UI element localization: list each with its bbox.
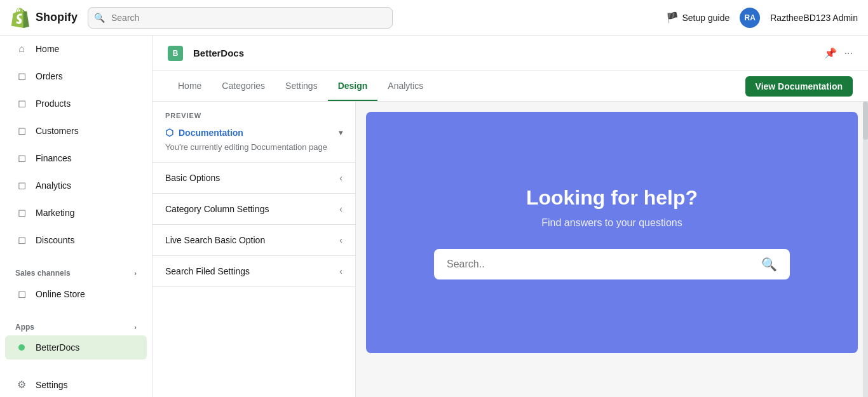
preview-search-input[interactable] <box>447 259 754 270</box>
tabs: Home Categories Settings Design Analytic… <box>168 71 433 101</box>
flag-icon: 🏴 <box>666 11 679 24</box>
settings-icon: ⚙ <box>15 379 28 391</box>
search-icon: 🔍 <box>94 13 105 23</box>
sidebar-item-products[interactable]: ◻ Products <box>5 91 147 116</box>
online-store-icon: ◻ <box>15 288 28 300</box>
products-icon: ◻ <box>15 97 28 109</box>
preview-link[interactable]: ⬡ Documentation ▾ <box>165 127 342 138</box>
sidebar-item-orders[interactable]: ◻ Orders <box>5 64 147 88</box>
sidebar-item-label: Analytics <box>36 180 71 191</box>
marketing-icon: ◻ <box>15 206 28 219</box>
tab-bar: Home Categories Settings Design Analytic… <box>153 71 868 102</box>
sidebar-item-label: Marketing <box>36 208 74 218</box>
tab-home[interactable]: Home <box>168 71 212 101</box>
accordion-category-column-settings: Category Column Settings ‹ <box>153 194 355 225</box>
sidebar-item-home[interactable]: ⌂ Home <box>5 37 147 61</box>
right-preview: Looking for help? Find answers to your q… <box>356 102 868 397</box>
sidebar-item-discounts[interactable]: ◻ Discounts <box>5 227 147 252</box>
sidebar-item-label: BetterDocs <box>36 342 79 353</box>
tab-categories[interactable]: Categories <box>212 71 275 101</box>
accordion-header-basic-options[interactable]: Basic Options ‹ <box>153 163 355 193</box>
chevron-down-icon: ▾ <box>339 128 342 137</box>
global-search: 🔍 <box>88 7 393 29</box>
tab-settings[interactable]: Settings <box>275 71 328 101</box>
accordion-basic-options: Basic Options ‹ <box>153 163 355 194</box>
left-panel: PREVIEW ⬡ Documentation ▾ You're current… <box>153 102 356 397</box>
preview-search-bar: 🔍 <box>434 249 790 279</box>
preview-card-title: Looking for help? <box>526 186 698 210</box>
accordion-header-search-filed[interactable]: Search Filed Settings ‹ <box>153 256 355 286</box>
app-header-actions: 📌 ··· <box>824 47 853 59</box>
sidebar-item-marketing[interactable]: ◻ Marketing <box>5 200 147 225</box>
sidebar-item-label: Home <box>36 44 59 54</box>
accordion-header-category-column[interactable]: Category Column Settings ‹ <box>153 194 355 224</box>
app-header-logo: B <box>168 46 183 61</box>
brand-name: shopify <box>36 11 78 24</box>
setup-guide-label: Setup guide <box>682 13 730 23</box>
preview-link-text: Documentation <box>179 128 243 138</box>
view-documentation-button[interactable]: View Documentation <box>745 76 853 97</box>
sidebar-item-betterdocs[interactable]: BetterDocs <box>5 335 147 360</box>
sidebar-item-settings[interactable]: ⚙ Settings <box>5 372 147 397</box>
content-area: B BetterDocs 📌 ··· Home Categories Setti… <box>153 36 868 397</box>
accordion-label-basic-options: Basic Options <box>165 173 220 183</box>
sidebar-item-label: Orders <box>36 71 63 81</box>
customers-icon: ◻ <box>15 124 28 137</box>
sidebar-item-label: Customers <box>36 126 79 136</box>
main-layout: ⌂ Home ◻ Orders ◻ Products ◻ Customers ◻… <box>0 36 868 397</box>
user-name: RaztheeBD123 Admin <box>770 13 858 23</box>
chevron-left-icon: ‹ <box>339 173 342 183</box>
chevron-right-icon: › <box>134 269 137 277</box>
tab-design[interactable]: Design <box>328 71 378 101</box>
betterdocs-icon <box>15 342 28 353</box>
setup-guide-button[interactable]: 🏴 Setup guide <box>666 11 730 24</box>
top-navigation: shopify 🔍 🏴 Setup guide RA RaztheeBD123 … <box>0 0 868 36</box>
shopify-logo-icon <box>10 8 31 28</box>
sidebar: ⌂ Home ◻ Orders ◻ Products ◻ Customers ◻… <box>0 36 153 397</box>
chevron-right-icon-2: › <box>134 323 137 331</box>
preview-search-icon: 🔍 <box>761 257 777 272</box>
accordion-label-live-search: Live Search Basic Option <box>165 235 265 245</box>
accordion-header-live-search[interactable]: Live Search Basic Option ‹ <box>153 225 355 255</box>
discounts-icon: ◻ <box>15 234 28 246</box>
orders-icon: ◻ <box>15 70 28 82</box>
sidebar-item-online-store[interactable]: ◻ Online Store <box>5 281 147 306</box>
design-area: PREVIEW ⬡ Documentation ▾ You're current… <box>153 102 868 397</box>
sidebar-item-label: Online Store <box>36 289 85 299</box>
home-icon: ⌂ <box>15 43 28 55</box>
betterdocs-dot <box>18 344 25 351</box>
apps-section: Apps › <box>0 318 152 334</box>
sidebar-item-label: Products <box>36 98 71 109</box>
scrollbar[interactable] <box>863 102 868 397</box>
tab-analytics[interactable]: Analytics <box>377 71 433 101</box>
sales-channels-label: Sales channels <box>15 269 71 278</box>
accordion-label-category-column: Category Column Settings <box>165 204 269 214</box>
app-header: B BetterDocs 📌 ··· <box>153 36 868 71</box>
avatar[interactable]: RA <box>740 8 760 28</box>
sidebar-item-label: Discounts <box>36 235 74 245</box>
scrollbar-thumb <box>863 102 868 140</box>
documentation-preview-card: Looking for help? Find answers to your q… <box>366 112 858 353</box>
app-header-title: BetterDocs <box>193 48 244 58</box>
pin-icon[interactable]: 📌 <box>824 47 837 59</box>
external-link-icon: ⬡ <box>165 127 173 138</box>
chevron-left-icon-4: ‹ <box>339 266 342 276</box>
top-nav-right: 🏴 Setup guide RA RaztheeBD123 Admin <box>666 8 858 28</box>
apps-label: Apps <box>15 323 34 332</box>
search-input[interactable] <box>88 7 393 29</box>
sidebar-item-finances[interactable]: ◻ Finances <box>5 145 147 170</box>
preview-description: You're currently editing Documentation p… <box>165 142 342 152</box>
sidebar-item-label: Settings <box>36 380 68 390</box>
shopify-logo[interactable]: shopify <box>10 8 78 28</box>
accordion-live-search: Live Search Basic Option ‹ <box>153 225 355 256</box>
more-options-icon[interactable]: ··· <box>844 48 853 59</box>
preview-card-subtitle: Find answers to your questions <box>541 217 682 229</box>
chevron-left-icon-2: ‹ <box>339 204 342 214</box>
accordion-label-search-filed: Search Filed Settings <box>165 266 250 276</box>
sidebar-item-label: Finances <box>36 153 72 163</box>
sidebar-item-analytics[interactable]: ◻ Analytics <box>5 173 147 198</box>
accordion-search-filed-settings: Search Filed Settings ‹ <box>153 256 355 287</box>
analytics-icon: ◻ <box>15 179 28 191</box>
sidebar-item-customers[interactable]: ◻ Customers <box>5 118 147 143</box>
preview-label: PREVIEW <box>165 112 342 119</box>
